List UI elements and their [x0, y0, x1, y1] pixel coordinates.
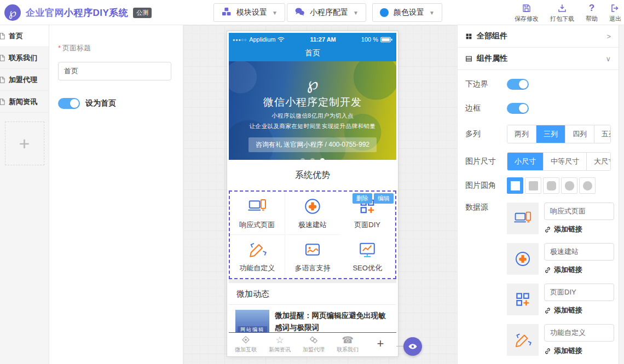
props-list-icon: [465, 55, 472, 62]
tags-icon: [297, 334, 331, 345]
top-bar: ℘ 企业官网小程序DIY系统 公测 模块设置 ▼ 小程序配置 ▼ 颜色设置 ▼: [0, 0, 624, 25]
datasource-name-input[interactable]: [544, 324, 614, 342]
radius-option-3[interactable]: [561, 177, 577, 194]
image-size-row: 图片尺寸 小尺寸 中等尺寸 大尺寸: [465, 152, 611, 171]
grid-item-label: 功能自定义: [239, 263, 275, 273]
bottom-margin-toggle[interactable]: [507, 79, 529, 90]
add-page-button[interactable]: +: [5, 122, 44, 165]
download-button[interactable]: 打包下载: [546, 3, 578, 23]
carousel-dot[interactable]: [301, 158, 305, 160]
image-icon: [303, 240, 322, 259]
add-link-button[interactable]: 添加链接: [544, 346, 614, 356]
add-link-label: 添加链接: [554, 265, 582, 275]
image-radius-row: 图片圆角: [465, 177, 611, 194]
page-item-agency[interactable]: 加盟代理: [0, 69, 49, 91]
page-icon: [0, 76, 6, 84]
add-link-button[interactable]: 添加链接: [544, 265, 614, 275]
datasource-item-custom: 添加链接: [507, 324, 614, 356]
tab-contact[interactable]: ☎ 联系我们: [331, 334, 365, 354]
link-icon: [544, 307, 551, 314]
grid-item-responsive[interactable]: 响应式页面: [230, 192, 285, 235]
link-icon: [544, 267, 551, 274]
carrier-label: Applidium: [249, 36, 275, 43]
all-components-header[interactable]: 全部组件 >: [458, 25, 619, 48]
app-title-secondary: 小程序DIY系统: [64, 8, 128, 18]
datasource-name-input[interactable]: [544, 203, 614, 220]
radius-option-4[interactable]: [579, 177, 596, 194]
page-item-label: 加盟代理: [9, 75, 37, 85]
color-settings-dropdown[interactable]: 颜色设置 ▼: [372, 3, 442, 22]
help-label: 帮助: [579, 15, 604, 23]
add-tab-button[interactable]: +: [365, 337, 396, 351]
border-toggle[interactable]: [507, 103, 529, 114]
page-item-home[interactable]: 首页: [0, 25, 49, 47]
preview-eye-button[interactable]: [403, 337, 422, 356]
component-props-header[interactable]: 组件属性 ∨: [458, 48, 619, 70]
pencil-icon: [513, 331, 532, 349]
grid-item-fastbuild[interactable]: 极速建站: [285, 192, 340, 235]
image-size-medium[interactable]: 中等尺寸: [544, 153, 587, 170]
grid-item-custom[interactable]: 功能自定义: [230, 235, 285, 278]
component-props-label: 组件属性: [477, 54, 507, 63]
battery-icon: [380, 37, 392, 43]
page-item-label: 新闻资讯: [9, 97, 37, 107]
datasource-name-input[interactable]: [544, 284, 614, 301]
selected-grid-component[interactable]: 删除 编辑 响应式页面 极速建站 页面DIY 功能自定义: [229, 190, 396, 279]
caret-down-icon: ▼: [429, 10, 435, 16]
tab-news[interactable]: ☆ 新闻资讯: [263, 334, 297, 354]
tab-label: 微加互联: [229, 346, 263, 354]
save-button[interactable]: 保存修改: [511, 3, 542, 23]
laptop-phone-icon: [513, 209, 532, 228]
set-home-toggle[interactable]: [58, 98, 80, 109]
radius-option-0-selected[interactable]: [507, 177, 523, 194]
page-title-input[interactable]: [58, 62, 171, 80]
bottom-margin-row: 下边界: [465, 79, 611, 90]
image-size-large[interactable]: 大尺寸: [587, 153, 611, 170]
delete-component-button[interactable]: 删除: [353, 193, 372, 204]
logout-button[interactable]: 退出: [603, 3, 624, 23]
datasource-item-responsive: 添加链接: [507, 203, 614, 234]
columns-row: 多列 两列 三列 四列 五列: [465, 125, 611, 143]
columns-option-2[interactable]: 两列: [507, 125, 536, 143]
clock-label: 11:27 AM: [310, 36, 336, 43]
edit-component-button[interactable]: 编辑: [374, 193, 394, 204]
datasource-tile: [507, 324, 539, 356]
laptop-phone-icon: [247, 197, 267, 216]
add-link-button[interactable]: 添加链接: [544, 305, 614, 315]
phone-status-bar: ●●●○○ Applidium 11:27 AM 100 %: [229, 33, 396, 46]
panel-scrollbar[interactable]: [619, 25, 624, 364]
datasource-row: 数据源 添加链接: [465, 203, 611, 364]
news-item[interactable]: 网站编辑 微加提醒：网页编辑应避免出现敏感词与极限词: [229, 305, 396, 332]
datasource-name-input[interactable]: [544, 243, 614, 261]
image-size-small-selected[interactable]: 小尺寸: [507, 153, 544, 170]
add-link-button[interactable]: 添加链接: [544, 224, 614, 234]
puzzle-icon: [513, 250, 532, 268]
banner-carousel[interactable]: ℘ 微信小程序定制开发 小程序以微信8亿用户为切入点 让企业以及商家在短时间里实…: [229, 61, 396, 160]
grid-item-seo[interactable]: SEO优化: [340, 235, 395, 278]
columns-option-4[interactable]: 四列: [565, 125, 594, 143]
page-item-news[interactable]: 新闻资讯: [0, 91, 49, 113]
tab-weijia[interactable]: 微加互联: [229, 334, 263, 354]
tab-agency[interactable]: 加盟代理: [297, 334, 331, 354]
help-icon: ?: [579, 3, 604, 14]
page-item-contact[interactable]: 联系我们: [0, 47, 49, 69]
phone-preview: ●●●○○ Applidium 11:27 AM 100 % 首页 ℘ 微信小程…: [227, 31, 398, 356]
radius-option-1[interactable]: [525, 177, 541, 194]
datasource-tile: [507, 203, 539, 234]
radius-option-2[interactable]: [543, 177, 559, 194]
carousel-dot-active[interactable]: [320, 158, 325, 160]
phone-tab-bar: 微加互联 ☆ 新闻资讯 加盟代理 ☎ 联系我们 +: [229, 332, 396, 355]
columns-option-3-selected[interactable]: 三列: [536, 125, 565, 143]
tab-label: 加盟代理: [297, 346, 331, 354]
page-item-label: 首页: [9, 31, 23, 41]
monitor-chart-icon: [357, 240, 377, 259]
module-settings-dropdown[interactable]: 模块设置 ▼: [213, 3, 285, 22]
color-settings-label: 颜色设置: [394, 8, 424, 18]
banner-cta-button[interactable]: 咨询有礼 送官网小程序 / 400-0755-992: [249, 137, 377, 152]
grid-item-multilang[interactable]: 多语言支持: [285, 235, 340, 278]
carousel-dot[interactable]: [310, 158, 315, 160]
image-radius-label: 图片圆角: [465, 181, 507, 190]
columns-option-5[interactable]: 五列: [594, 125, 611, 143]
miniprogram-config-dropdown[interactable]: 小程序配置 ▼: [287, 3, 366, 22]
help-button[interactable]: ? 帮助: [579, 3, 604, 23]
